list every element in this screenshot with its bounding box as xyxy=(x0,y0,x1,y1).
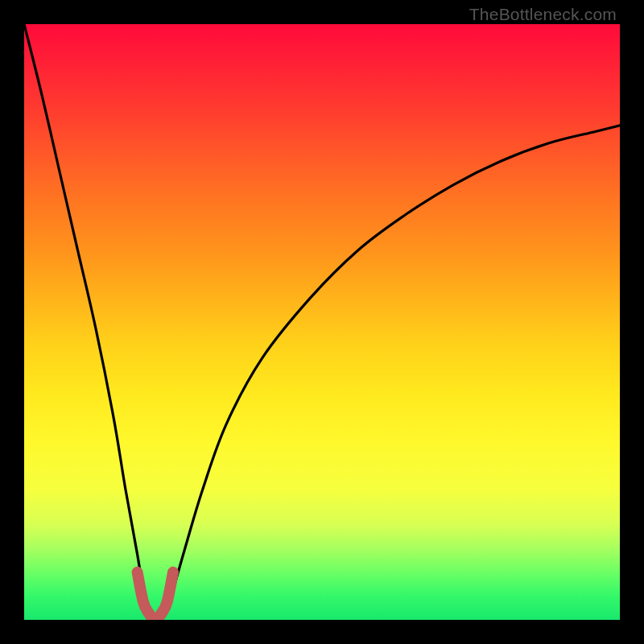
valley-highlight-path xyxy=(138,572,173,620)
bottleneck-curve-path xyxy=(24,24,620,620)
chart-frame: TheBottleneck.com xyxy=(0,0,644,644)
watermark-text: TheBottleneck.com xyxy=(469,5,617,24)
curve-svg xyxy=(24,24,620,620)
plot-area xyxy=(24,24,620,620)
